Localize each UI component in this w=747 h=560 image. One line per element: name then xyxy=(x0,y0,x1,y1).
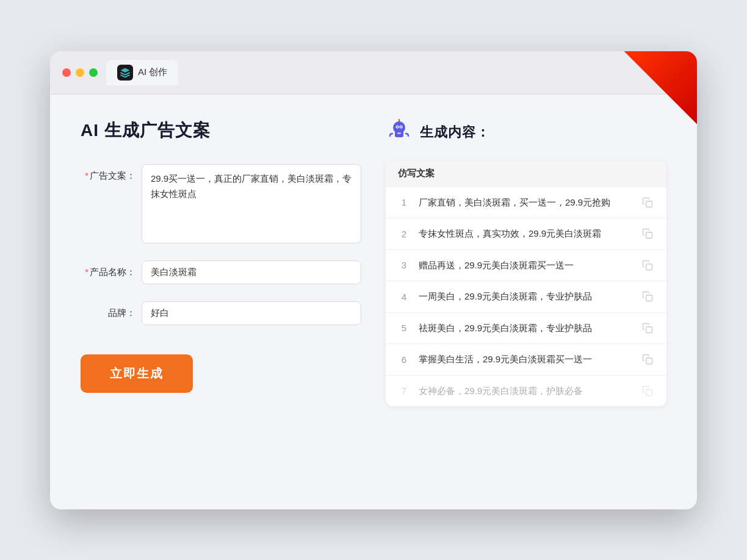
result-row: 4 一周美白，29.9元美白淡斑霜，专业护肤品 xyxy=(386,281,666,313)
page-title: AI 生成广告文案 xyxy=(81,119,361,142)
row-number: 3 xyxy=(398,260,410,270)
ad-copy-group: *广告文案： 29.9买一送一，真正的厂家直销，美白淡斑霜，专抹女性斑点 xyxy=(81,164,361,243)
svg-rect-10 xyxy=(646,232,652,239)
copy-icon[interactable] xyxy=(641,259,654,272)
results-table: 仿写文案 1 厂家直销，美白淡斑霜，买一送一，29.9元抢购 2 专抹女性斑点，… xyxy=(386,160,666,407)
result-row: 2 专抹女性斑点，真实功效，29.9元美白淡斑霜 xyxy=(386,218,666,250)
product-name-input[interactable]: 美白淡斑霜 xyxy=(142,260,361,284)
row-number: 7 xyxy=(398,386,410,396)
ad-copy-input[interactable]: 29.9买一送一，真正的厂家直销，美白淡斑霜，专抹女性斑点 xyxy=(142,164,361,243)
right-panel: 生成内容： 仿写文案 1 厂家直销，美白淡斑霜，买一送一，29.9元抢购 2 专… xyxy=(386,119,666,485)
title-bar: AI 创作 xyxy=(50,51,697,95)
svg-rect-15 xyxy=(646,390,652,396)
tab-label: AI 创作 xyxy=(138,66,167,78)
content-area: AI 生成广告文案 *广告文案： 29.9买一送一，真正的厂家直销，美白淡斑霜，… xyxy=(50,95,697,509)
left-panel: AI 生成广告文案 *广告文案： 29.9买一送一，真正的厂家直销，美白淡斑霜，… xyxy=(81,119,361,485)
ai-tab-icon xyxy=(117,65,133,81)
product-name-label: *产品名称： xyxy=(81,260,135,278)
result-row: 5 祛斑美白，29.9元美白淡斑霜，专业护肤品 xyxy=(386,313,666,345)
browser-window: AI 创作 AI 生成广告文案 *广告文案： 29.9买一送一，真正的厂家直销，… xyxy=(50,51,697,509)
brand-label: 品牌： xyxy=(81,301,135,319)
maximize-button[interactable] xyxy=(89,68,98,77)
row-number: 2 xyxy=(398,229,410,239)
svg-rect-14 xyxy=(646,358,652,364)
svg-point-4 xyxy=(397,126,398,127)
robot-icon xyxy=(386,119,413,146)
copy-icon[interactable] xyxy=(641,290,654,303)
svg-rect-6 xyxy=(397,132,401,134)
generate-button[interactable]: 立即生成 xyxy=(81,354,193,393)
ad-copy-label: *广告文案： xyxy=(81,164,135,182)
product-name-group: *产品名称： 美白淡斑霜 xyxy=(81,260,361,284)
required-star: * xyxy=(85,170,88,181)
row-text: 专抹女性斑点，真实功效，29.9元美白淡斑霜 xyxy=(419,227,632,241)
ai-tab[interactable]: AI 创作 xyxy=(106,60,178,85)
result-row: 6 掌握美白生活，29.9元美白淡斑霜买一送一 xyxy=(386,344,666,376)
row-text: 赠品再送，29.9元美白淡斑霜买一送一 xyxy=(419,259,632,273)
copy-icon[interactable] xyxy=(641,227,654,240)
row-number: 1 xyxy=(398,197,410,207)
minimize-button[interactable] xyxy=(76,68,84,77)
copy-icon[interactable] xyxy=(641,321,654,335)
row-number: 6 xyxy=(398,354,410,365)
required-star-2: * xyxy=(85,267,88,277)
svg-point-8 xyxy=(399,119,400,121)
row-number: 5 xyxy=(398,323,410,333)
row-text: 祛斑美白，29.9元美白淡斑霜，专业护肤品 xyxy=(419,321,632,336)
brand-input[interactable]: 好白 xyxy=(142,301,361,325)
right-header: 生成内容： xyxy=(386,119,666,146)
row-text: 女神必备，29.9元美白淡斑霜，护肤必备 xyxy=(419,384,632,398)
copy-icon[interactable] xyxy=(641,384,654,398)
result-row: 3 赠品再送，29.9元美白淡斑霜买一送一 xyxy=(386,250,666,282)
svg-rect-11 xyxy=(646,264,652,270)
table-header: 仿写文案 xyxy=(386,160,666,187)
row-text: 厂家直销，美白淡斑霜，买一送一，29.9元抢购 xyxy=(419,196,632,210)
svg-rect-13 xyxy=(646,327,652,333)
svg-point-5 xyxy=(400,126,402,127)
row-text: 一周美白，29.9元美白淡斑霜，专业护肤品 xyxy=(419,290,632,304)
right-title: 生成内容： xyxy=(420,123,490,142)
result-row: 1 厂家直销，美白淡斑霜，买一送一，29.9元抢购 xyxy=(386,187,666,219)
copy-icon[interactable] xyxy=(641,196,654,209)
svg-rect-12 xyxy=(646,295,652,301)
results-rows: 1 厂家直销，美白淡斑霜，买一送一，29.9元抢购 2 专抹女性斑点，真实功效，… xyxy=(386,187,666,407)
row-text: 掌握美白生活，29.9元美白淡斑霜买一送一 xyxy=(419,353,632,367)
brand-group: 品牌： 好白 xyxy=(81,301,361,325)
traffic-lights xyxy=(62,68,98,77)
svg-rect-9 xyxy=(646,201,652,207)
close-button[interactable] xyxy=(62,68,71,77)
row-number: 4 xyxy=(398,292,410,302)
result-row: 7 女神必备，29.9元美白淡斑霜，护肤必备 xyxy=(386,376,666,407)
copy-icon[interactable] xyxy=(641,353,654,366)
